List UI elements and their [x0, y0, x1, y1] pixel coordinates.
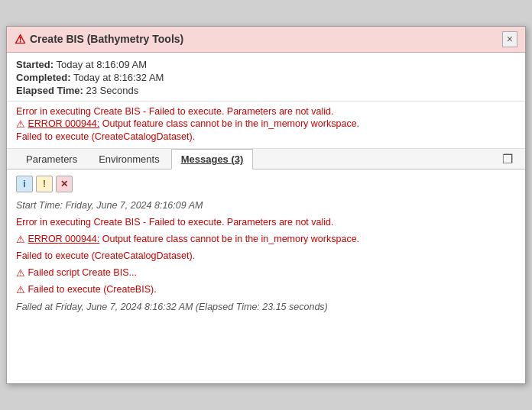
msg-error-block: ⚠ ERROR 000944: Output feature class can…: [16, 232, 516, 247]
tab-parameters[interactable]: Parameters: [16, 149, 87, 169]
msg-error-line2: Output feature class cannot be in the in…: [99, 234, 359, 244]
msg-error-icon2: ⚠: [16, 267, 25, 279]
msg-failed-script-text: Failed script Create BIS...: [28, 267, 136, 278]
msg-failed-script: ⚠ Failed script Create BIS...: [16, 266, 516, 281]
copy-button[interactable]: ❐: [499, 150, 516, 168]
completed-value: Today at 8:16:32 AM: [73, 72, 164, 83]
close-button[interactable]: ×: [502, 31, 517, 47]
elapsed-value: 23 Seconds: [86, 85, 139, 96]
msg-elapsed-line: Failed at Friday, June 7, 2024 8:16:32 A…: [16, 300, 516, 315]
msg-error-icon1: ⚠: [16, 234, 25, 245]
msg-error-code[interactable]: ERROR 000944:: [28, 234, 99, 244]
completed-label: Completed:: [16, 72, 71, 83]
summary-line1: Error in executing Create BIS - Failed t…: [16, 106, 516, 117]
summary-line2: Output feature class cannot be in the in…: [99, 118, 359, 129]
dialog-title: Create BIS (Bathymetry Tools): [30, 33, 183, 45]
summary-line3: Failed to execute (CreateCatalogDataset)…: [16, 131, 516, 142]
completed-row: Completed: Today at 8:16:32 AM: [16, 72, 516, 83]
started-row: Started: Today at 8:16:09 AM: [16, 59, 516, 70]
messages-area: i ! ✕ Start Time: Friday, June 7, 2024 8…: [7, 169, 525, 383]
msg-failed-execute-text: Failed to execute (CreateBIS).: [28, 284, 156, 295]
started-value: Today at 8:16:09 AM: [57, 59, 148, 70]
tabs-bar: Parameters Environments Messages (3) ❐: [7, 149, 525, 169]
title-bar: ⚠ Create BIS (Bathymetry Tools) ×: [7, 27, 525, 53]
msg-error-line1: Error in executing Create BIS - Failed t…: [16, 215, 516, 230]
filter-info-button[interactable]: i: [16, 176, 33, 192]
title-error-icon: ⚠: [15, 32, 25, 47]
tab-messages[interactable]: Messages (3): [171, 149, 254, 169]
tab-environments[interactable]: Environments: [89, 149, 169, 169]
msg-start-time: Start Time: Friday, June 7, 2024 8:16:09…: [16, 199, 516, 213]
msg-error-line3: Failed to execute (CreateCatalogDataset)…: [16, 249, 516, 263]
summary-error-icon: ⚠: [16, 118, 25, 130]
title-bar-left: ⚠ Create BIS (Bathymetry Tools): [15, 32, 183, 47]
elapsed-label: Elapsed Time:: [16, 85, 83, 96]
filter-warning-button[interactable]: !: [36, 176, 53, 192]
filter-error-button[interactable]: ✕: [56, 176, 73, 192]
msg-error-icon3: ⚠: [16, 284, 25, 295]
dialog-window: ⚠ Create BIS (Bathymetry Tools) × Starte…: [6, 26, 526, 384]
summary-error-line: ⚠ ERROR 000944: Output feature class can…: [16, 118, 516, 130]
started-label: Started:: [16, 59, 54, 70]
summary-error-code[interactable]: ERROR 000944:: [28, 118, 99, 129]
info-section: Started: Today at 8:16:09 AM Completed: …: [7, 53, 525, 102]
elapsed-row: Elapsed Time: 23 Seconds: [16, 85, 516, 96]
error-summary: Error in executing Create BIS - Failed t…: [7, 102, 525, 149]
msg-failed-execute: ⚠ Failed to execute (CreateBIS).: [16, 282, 516, 298]
filter-icons: i ! ✕: [16, 176, 516, 192]
